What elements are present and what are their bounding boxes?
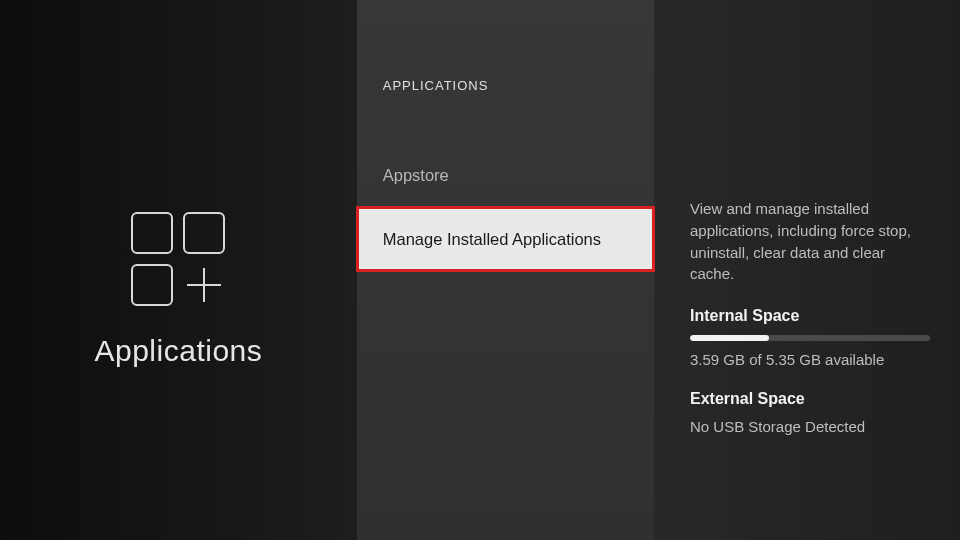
internal-space-title: Internal Space: [690, 307, 930, 325]
icon-square: [183, 212, 225, 254]
detail-description: View and manage installed applications, …: [690, 198, 930, 285]
left-panel-title: Applications: [94, 334, 262, 368]
applications-icon: [131, 212, 225, 306]
left-panel: Applications: [0, 0, 357, 540]
internal-storage-text: 3.59 GB of 5.35 GB available: [690, 351, 930, 368]
internal-storage-fill: [690, 335, 769, 341]
menu-item-label: Appstore: [383, 166, 449, 185]
menu-header: APPLICATIONS: [357, 78, 654, 143]
internal-storage-bar: [690, 335, 930, 341]
external-space-title: External Space: [690, 390, 930, 408]
icon-square: [131, 212, 173, 254]
detail-panel: View and manage installed applications, …: [654, 0, 960, 540]
menu-item-manage-installed-applications[interactable]: Manage Installed Applications: [357, 207, 654, 271]
external-storage-text: No USB Storage Detected: [690, 418, 930, 435]
menu-item-label: Manage Installed Applications: [383, 230, 601, 249]
menu-panel: APPLICATIONS Appstore Manage Installed A…: [357, 0, 654, 540]
icon-square: [131, 264, 173, 306]
menu-item-appstore[interactable]: Appstore: [357, 143, 654, 207]
plus-icon: [183, 264, 225, 306]
